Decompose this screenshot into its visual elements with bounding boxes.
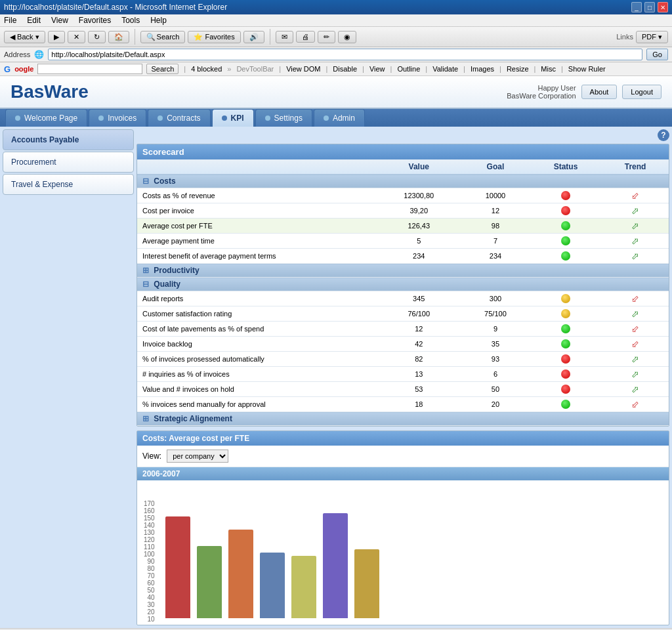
tab-dot [222,116,227,121]
table-row: Costs as % of revenue 12300,80 10000 ⬃ [137,188,669,203]
google-search-button[interactable]: Search [146,64,178,74]
pdf-button[interactable]: PDF ▾ [636,31,668,43]
section-row[interactable]: ⊟ Costs [137,175,669,188]
tab-settings[interactable]: Settings [255,109,312,127]
row-trend: ⬀ [602,219,669,234]
tab-invoices[interactable]: Invoices [89,109,146,127]
sidebar-item-travel-expense[interactable]: Travel & Expense [3,174,134,195]
y-axis-label: 130 [144,529,155,536]
chart-view-select[interactable]: per company [167,450,228,463]
browser-toolbar: ◀ Back ▾ ▶ ✕ ↻ 🏠 🔍 Search ⭐ Favorites 🔊 … [0,27,672,47]
row-value: 76/100 [377,306,462,322]
row-value: 42 [377,337,462,352]
view-label[interactable]: View [369,65,385,73]
menu-edit[interactable]: Edit [27,16,41,25]
chart-container: Costs: Average cost per FTE View: per co… [136,430,669,625]
forward-button[interactable]: ▶ [48,31,65,43]
chart-title: Costs: Average cost per FTE [137,431,669,446]
maximize-btn[interactable]: □ [644,2,655,12]
row-status [530,306,602,322]
section-row[interactable]: ⊞ Productivity [137,264,669,278]
close-btn[interactable]: ✕ [658,2,668,12]
row-status [530,203,602,219]
images-label[interactable]: Images [471,65,494,73]
disable-label[interactable]: Disable [333,65,357,73]
scorecard-table: Value Goal Status Trend ⊟ Costs Costs as… [137,159,669,426]
mail-button[interactable]: ✉ [276,31,293,43]
tab-admin[interactable]: Admin [314,109,365,127]
chart-bar [165,516,190,618]
view-label: View: [142,452,161,461]
row-status [530,291,602,306]
address-input[interactable] [48,49,642,60]
home-button[interactable]: 🏠 [108,31,129,43]
scorecard-title: Scorecard [137,144,669,159]
viewdom-label[interactable]: View DOM [286,65,320,73]
content-area: ? Scorecard Value Goal Status Trend [136,129,669,625]
refresh-button[interactable]: ↻ [88,31,106,43]
blocked-label: 4 blocked [191,65,222,73]
section-label: ⊞ Strategic Alignement [137,412,669,426]
col-trend: Trend [602,159,669,175]
sidebar-item-procurement[interactable]: Procurement [3,152,134,173]
y-axis-label: 40 [144,594,155,601]
tab-dot [98,116,104,121]
misc-label[interactable]: Misc [541,65,556,73]
y-axis-label: 150 [144,514,155,522]
main-layout: Accounts Payable Procurement Travel & Ex… [0,127,672,628]
minimize-btn[interactable]: _ [631,2,642,12]
favorites-button[interactable]: ⭐ Favorites [188,31,240,43]
row-trend: ⬃ [602,322,669,337]
msn-button[interactable]: ◉ [338,31,356,43]
about-button[interactable]: About [581,85,618,99]
user-name: Happy User [507,84,576,92]
toolbar-separator2 [270,29,270,45]
logout-button[interactable]: Logout [622,85,662,99]
print-button[interactable]: 🖨 [296,31,315,43]
help-button[interactable]: ? [658,129,669,141]
row-trend: ⬃ [602,337,669,352]
search-button[interactable]: 🔍 Search [140,31,186,43]
table-row: Average cost per FTE 126,43 98 ⬀ [137,219,669,234]
sidebar-item-accounts-payable[interactable]: Accounts Payable [3,129,134,150]
row-name: % of invoices prosessed automatically [137,352,377,367]
back-button[interactable]: ◀ Back ▾ [4,31,45,43]
row-value: 39,20 [377,203,462,219]
menu-favorites[interactable]: Favorites [79,16,111,25]
row-name: Cost of late pavements as % of spend [137,322,377,337]
row-goal: 6 [461,367,530,382]
edit-button[interactable]: ✏ [318,31,335,43]
validate-label[interactable]: Validate [432,65,458,73]
resize-label[interactable]: Resize [507,65,529,73]
media-button[interactable]: 🔊 [243,31,264,43]
menu-tools[interactable]: Tools [121,16,140,25]
row-name: Average payment time [137,234,377,249]
google-search-input[interactable] [37,64,142,74]
menu-view[interactable]: View [51,16,68,25]
outline-label[interactable]: Outline [397,65,420,73]
devtoolbar-label: DevToolBar [236,65,274,73]
stop-button[interactable]: ✕ [68,31,85,43]
go-button[interactable]: Go [646,49,668,60]
section-row[interactable]: ⊞ Strategic Alignement [137,412,669,426]
y-axis-label: 60 [144,579,155,587]
chart-bar [323,513,348,618]
tab-contracts[interactable]: Contracts [148,109,210,127]
menu-help[interactable]: Help [150,16,167,25]
row-trend: ⬀ [602,382,669,397]
header-right: Happy User BasWare Corporation About Log… [507,84,662,100]
y-axis-label: 10 [144,616,155,623]
tab-welcome[interactable]: Welcome Page [5,109,87,127]
table-row: Invoice backlog 42 35 ⬃ [137,337,669,352]
col-name [137,159,377,175]
browser-titlebar: http://localhost/platsite/Default.aspx -… [0,0,672,14]
menu-file[interactable]: File [4,16,16,25]
row-goal: 35 [461,337,530,352]
app-logo: BasWare [10,81,89,102]
tab-kpi[interactable]: KPI [212,109,254,127]
chart-area: 1701601501401301201101009080706050403020… [137,480,669,625]
table-row: Audit reports 345 300 ⬃ [137,291,669,306]
section-row[interactable]: ⊟ Quality [137,278,669,291]
table-row: Average payment time 5 7 ⬀ [137,234,669,249]
show-ruler-label[interactable]: Show Ruler [568,65,606,73]
